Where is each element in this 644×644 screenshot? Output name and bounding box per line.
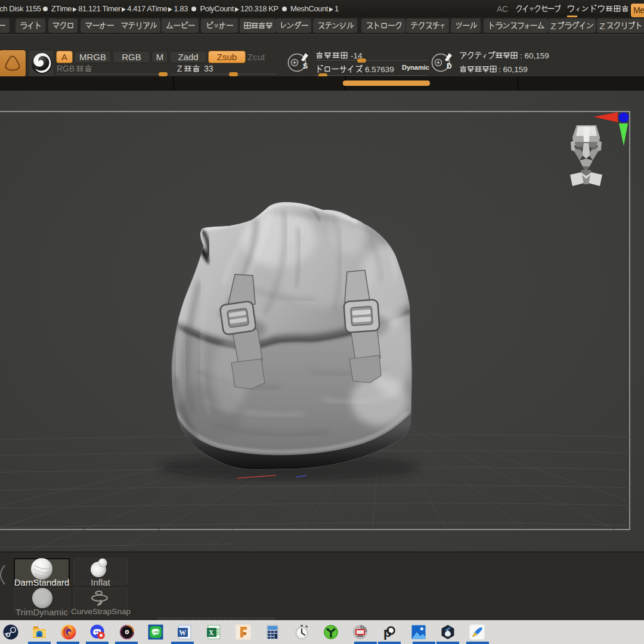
svg-text:S: S [303,62,308,70]
svg-text:LINE: LINE [153,630,160,634]
svg-text:X: X [209,629,214,636]
svg-text:D: D [447,62,452,70]
svg-text:W: W [179,628,186,637]
